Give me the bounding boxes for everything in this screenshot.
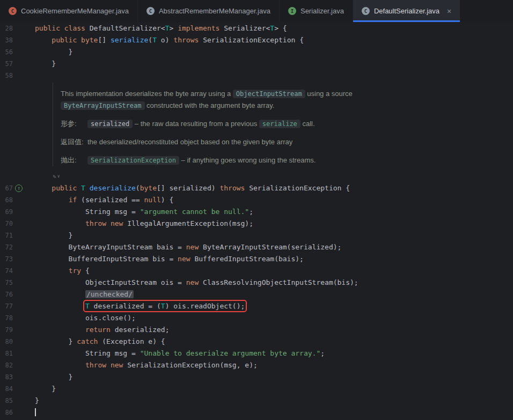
- code-line: 83 }: [0, 371, 513, 383]
- gutter: 77: [0, 300, 35, 312]
- editor-tab-serializer[interactable]: ISerializer.java: [280, 0, 353, 22]
- line-number[interactable]: 73: [0, 253, 13, 265]
- doc-paragraph-line: This implementation deserializes the byt…: [61, 88, 513, 100]
- line-number[interactable]: 76: [0, 289, 13, 300]
- line-number[interactable]: 79: [0, 324, 13, 336]
- line-number[interactable]: 71: [0, 230, 13, 241]
- code-lines-bottom: 67↑ public T deserialize(byte[] serializ…: [0, 182, 513, 418]
- editor-tab-defaultserializer[interactable]: CDefaultSerializer.java×: [353, 0, 460, 22]
- tab-label: CookieRememberMeManager.java: [21, 7, 129, 15]
- code-text[interactable]: }: [35, 58, 513, 70]
- rendered-doc-row: ✎∨: [0, 171, 513, 182]
- code-text[interactable]: public byte[] serialize(T o) throws Seri…: [35, 34, 513, 46]
- active-tab-underline: [353, 20, 460, 22]
- code-text[interactable]: ois.close();: [35, 312, 513, 324]
- code-text[interactable]: }: [35, 371, 513, 383]
- interface-icon: I: [288, 7, 296, 15]
- line-number[interactable]: 84: [0, 383, 13, 395]
- implementing-method-icon[interactable]: ↑: [15, 185, 23, 192]
- code-line: 76 /unchecked/: [0, 289, 513, 300]
- code-line: 78 ois.close();: [0, 312, 513, 324]
- doc-code-ref: serialized: [87, 120, 133, 128]
- code-text[interactable]: if (serialized == null) {: [35, 194, 513, 206]
- code-text[interactable]: }: [35, 46, 513, 58]
- line-number[interactable]: 70: [0, 218, 13, 230]
- doc-tag-label: 形参:: [61, 118, 87, 130]
- doc-code-link[interactable]: SerializationException: [87, 156, 179, 165]
- line-number[interactable]: 58: [0, 70, 13, 82]
- gutter: 82: [0, 359, 35, 371]
- tab-bar: CCookieRememberMeManager.javaCAbstractRe…: [0, 0, 513, 22]
- line-number[interactable]: 57: [0, 58, 13, 70]
- doc-text: – if anything goes wrong using the strea…: [179, 156, 316, 164]
- code-text[interactable]: } catch (Exception e) {: [35, 336, 513, 348]
- line-number[interactable]: 67: [0, 182, 13, 194]
- code-line: 68 if (serialized == null) {: [0, 194, 513, 206]
- code-text[interactable]: }: [35, 383, 513, 395]
- annotation-highlight-box: T deserialized = (T) ois.readObject();: [85, 302, 245, 310]
- code-text[interactable]: /unchecked/: [35, 289, 513, 300]
- line-number[interactable]: 28: [0, 23, 13, 34]
- code-text[interactable]: BufferedInputStream bis = new BufferedIn…: [35, 253, 513, 265]
- line-number[interactable]: 68: [0, 194, 13, 206]
- line-number[interactable]: 78: [0, 312, 13, 324]
- gutter: 68: [0, 194, 35, 206]
- code-text[interactable]: return deserialized;: [35, 324, 513, 336]
- gutter: 76: [0, 289, 35, 300]
- line-number[interactable]: 75: [0, 277, 13, 289]
- tab-label: AbstractRememberMeManager.java: [159, 7, 270, 15]
- doc-paragraph-line: ByteArrayInputStream constructed with th…: [61, 100, 513, 112]
- code-text[interactable]: }: [35, 395, 513, 407]
- line-number[interactable]: 86: [0, 407, 13, 418]
- gutter: 81: [0, 348, 35, 359]
- code-text[interactable]: String msg = "Unable to deserialze argum…: [35, 348, 513, 359]
- doc-tag-entry: 返回值:the deserialized/reconstituted objec…: [61, 136, 513, 148]
- rendered-doc-edit-icon[interactable]: ✎∨: [53, 172, 60, 182]
- code-text[interactable]: ObjectInputStream ois = new ClassResolvi…: [35, 277, 513, 289]
- line-number[interactable]: 72: [0, 241, 13, 253]
- doc-tags: 形参:serialized – the raw data resulting f…: [61, 118, 513, 166]
- line-number[interactable]: 85: [0, 395, 13, 407]
- code-text[interactable]: [35, 70, 513, 82]
- doc-text: the deserialized/reconstituted object ba…: [87, 138, 292, 146]
- code-text[interactable]: [35, 407, 513, 418]
- code-line: 79 return deserialized;: [0, 324, 513, 336]
- line-number[interactable]: 69: [0, 206, 13, 218]
- code-text[interactable]: try {: [35, 265, 513, 277]
- code-text[interactable]: ByteArrayInputStream bais = new ByteArra…: [35, 241, 513, 253]
- gutter: 69: [0, 206, 35, 218]
- code-line: 38 public byte[] serialize(T o) throws S…: [0, 34, 513, 46]
- line-number[interactable]: 74: [0, 265, 13, 277]
- line-number[interactable]: 82: [0, 359, 13, 371]
- line-number[interactable]: 56: [0, 46, 13, 58]
- code-text[interactable]: throw new IllegalArgumentException(msg);: [35, 218, 513, 230]
- code-text[interactable]: String msg = "argument cannot be null.";: [35, 206, 513, 218]
- code-text[interactable]: public class DefaultSerializer<T> implem…: [35, 23, 513, 34]
- line-number[interactable]: 77: [0, 300, 13, 312]
- editor-tab-cookieremembermemanager[interactable]: CCookieRememberMeManager.java: [0, 0, 138, 22]
- code-text[interactable]: T deserialized = (T) ois.readObject();: [35, 300, 513, 312]
- code-line: 75 ObjectInputStream ois = new ClassReso…: [0, 277, 513, 289]
- code-line: 67↑ public T deserialize(byte[] serializ…: [0, 182, 513, 194]
- code-line: 56 }: [0, 46, 513, 58]
- class-icon: C: [9, 7, 17, 15]
- editor-tab-abstractremembermemanager[interactable]: CAbstractRememberMeManager.java: [138, 0, 280, 22]
- doc-code-link[interactable]: serialize: [259, 120, 301, 128]
- line-number[interactable]: 83: [0, 371, 13, 383]
- code-line: 85}: [0, 395, 513, 407]
- code-text[interactable]: }: [35, 230, 513, 241]
- line-number[interactable]: 38: [0, 34, 13, 46]
- code-text[interactable]: public T deserialize(byte[] serialized) …: [35, 182, 513, 194]
- gutter: 79: [0, 324, 35, 336]
- tab-close-icon[interactable]: ×: [447, 8, 451, 15]
- code-line: 72 ByteArrayInputStream bais = new ByteA…: [0, 241, 513, 253]
- code-text[interactable]: throw new SerializationException(msg, e)…: [35, 359, 513, 371]
- line-number[interactable]: 81: [0, 348, 13, 359]
- editor[interactable]: 28public class DefaultSerializer<T> impl…: [0, 22, 513, 420]
- gutter: 71: [0, 230, 35, 241]
- code-line: 86: [0, 407, 513, 418]
- line-number[interactable]: 80: [0, 336, 13, 348]
- pencil-icon: ✎: [53, 173, 56, 180]
- gutter: 38: [0, 34, 35, 46]
- folded-annotation[interactable]: /unchecked/: [85, 290, 134, 298]
